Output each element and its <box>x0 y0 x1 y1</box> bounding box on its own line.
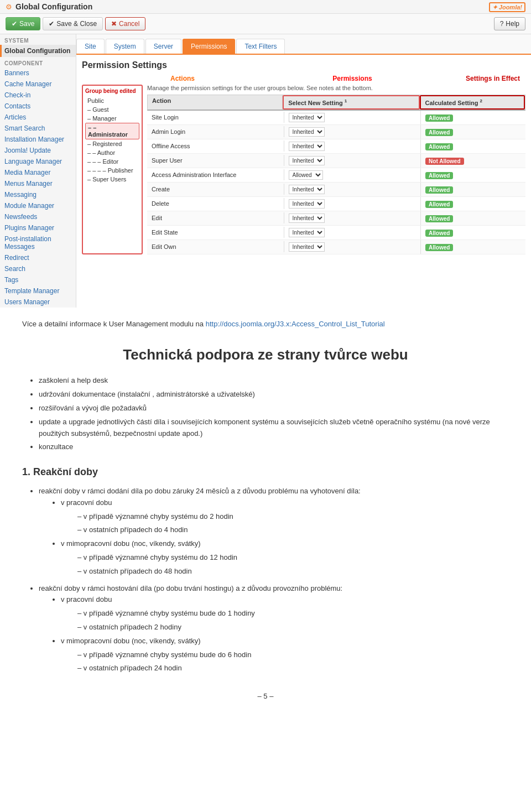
cancel-icon: ✖ <box>111 20 117 28</box>
sidebar-item-newsfeeds[interactable]: Newsfeeds <box>0 211 76 222</box>
component-section-label: COMPONENT <box>0 57 76 67</box>
bullet-item-4: konzultace <box>39 441 509 453</box>
group-publisher[interactable]: – – – – Publisher <box>85 166 139 175</box>
sidebar-item-media-manager[interactable]: Media Manager <box>0 167 76 178</box>
sidebar-item-post-installation[interactable]: Post-installation Messages <box>0 233 76 252</box>
header-calc: Calculated Setting 2 <box>420 95 525 110</box>
select-dropdown-3[interactable]: Inherited Allowed Denied <box>289 156 325 165</box>
select-dropdown-1[interactable]: Inherited Allowed Denied <box>289 127 325 137</box>
select-cell-1[interactable]: Inherited Allowed Denied <box>284 125 421 139</box>
select-cell-3[interactable]: Inherited Allowed Denied <box>284 154 421 168</box>
sidebar-item-redirect[interactable]: Redirect <box>0 252 76 263</box>
select-dropdown-7[interactable]: Inherited Allowed Denied <box>289 214 325 223</box>
sidebar-item-articles[interactable]: Articles <box>0 112 76 123</box>
sidebar-item-module-manager[interactable]: Module Manager <box>0 200 76 211</box>
bullet-item-1: udržování dokumentace (instalační , admi… <box>39 389 509 400</box>
section1-bullets: reakční doby v rámci dodání díla po dobu… <box>39 486 509 674</box>
section1-sub1-item-1: v ostatních případech do 4 hodin <box>77 524 509 536</box>
perm-row-6: Delete Inherited Allowed Denied Allowed <box>147 197 525 211</box>
group-registered[interactable]: – Registered <box>85 139 139 148</box>
sidebar-item-installation-manager[interactable]: Installation Manager <box>0 134 76 145</box>
sidebar-item-plugins-manager[interactable]: Plugins Manager <box>0 222 76 233</box>
sidebar-item-joomla-update[interactable]: Joomla! Update <box>0 145 76 156</box>
sidebar-item-search[interactable]: Search <box>0 263 76 274</box>
section1-sub3-item-0: v případě významné chyby systému bude do… <box>77 608 509 620</box>
select-cell-5[interactable]: Inherited Allowed Denied <box>284 183 421 196</box>
sidebar-item-cache-manager[interactable]: Cache Manager <box>0 79 76 90</box>
sidebar-item-tags[interactable]: Tags <box>0 274 76 285</box>
save-close-button[interactable]: ✔ Save & Close <box>43 17 103 30</box>
group-administrator[interactable]: – – Administrator <box>85 123 139 139</box>
group-super-users[interactable]: – Super Users <box>85 175 139 184</box>
system-section-label: SYSTEM <box>0 34 76 45</box>
annotation-row: Actions Permissions Settings in Effect <box>82 75 525 85</box>
tab-system[interactable]: System <box>106 39 144 54</box>
top-bar-left: ⚙ Global Configuration <box>6 2 92 11</box>
save-close-icon: ✔ <box>49 20 54 28</box>
section1-sub1-item-0: v případě významné chyby systému do 2 ho… <box>77 511 509 523</box>
cancel-button[interactable]: ✖ Cancel <box>105 17 145 30</box>
tab-permissions[interactable]: Permissions <box>183 39 235 54</box>
select-cell-6[interactable]: Inherited Allowed Denied <box>284 197 421 211</box>
select-cell-9[interactable]: Inherited Allowed Denied <box>284 240 421 254</box>
select-dropdown-6[interactable]: Inherited Allowed Denied <box>289 199 325 209</box>
select-dropdown-9[interactable]: Inherited Allowed Denied <box>289 242 325 252</box>
sidebar-item-messaging[interactable]: Messaging <box>0 189 76 200</box>
select-cell-8[interactable]: Inherited Allowed Denied <box>284 226 421 240</box>
section1-sub4-item-0: v případě významné chyby systému bude do… <box>77 649 509 661</box>
group-guest[interactable]: – Guest <box>85 105 139 114</box>
calc-cell-3: Not Allowed <box>421 154 525 167</box>
sidebar-item-users-manager[interactable]: Users Manager <box>0 296 76 308</box>
perm-row-8: Edit State Inherited Allowed Denied Allo… <box>147 226 525 240</box>
action-cell-9: Edit Own <box>147 241 284 252</box>
group-being-edited-label: Group being edited <box>85 88 139 94</box>
sidebar-item-language-manager[interactable]: Language Manager <box>0 156 76 167</box>
calc-cell-4: Allowed <box>421 169 525 181</box>
select-cell-7[interactable]: Inherited Allowed Denied <box>284 211 421 225</box>
action-cell-8: Edit State <box>147 227 284 238</box>
permissions-rows: Site Login Inherited Allowed Denied Allo… <box>147 111 525 254</box>
top-bar: ⚙ Global Configuration ✦ Joomla! <box>0 0 531 14</box>
group-author[interactable]: – – Author <box>85 148 139 157</box>
select-dropdown-5[interactable]: Inherited Allowed Denied <box>289 185 325 194</box>
section1-sub2-item-0: v případě významné chyby systému do 12 h… <box>77 552 509 564</box>
tab-site[interactable]: Site <box>76 39 105 54</box>
section1-sub1: v pracovní dobu v případě významné chyby… <box>61 497 509 577</box>
help-button[interactable]: ? Help <box>494 17 525 30</box>
group-public[interactable]: Public <box>85 96 139 105</box>
calc-cell-5: Allowed <box>421 183 525 196</box>
calc-cell-6: Allowed <box>421 197 525 210</box>
perm-row-7: Edit Inherited Allowed Denied Allowed <box>147 211 525 226</box>
select-cell-0[interactable]: Inherited Allowed Denied <box>284 111 421 124</box>
calc-badge-4: Allowed <box>425 172 453 179</box>
action-cell-2: Offline Access <box>147 140 284 152</box>
action-cell-0: Site Login <box>147 112 284 123</box>
sidebar-item-banners[interactable]: Banners <box>0 67 76 79</box>
group-tree: Group being edited Public – Guest – Mana… <box>82 85 143 254</box>
select-dropdown-2[interactable]: Inherited Allowed Denied <box>289 142 325 151</box>
select-dropdown-0[interactable]: Inherited Allowed Denied <box>289 113 325 122</box>
action-cell-4: Access Administration Interface <box>147 169 284 180</box>
select-cell-4[interactable]: Allowed Allowed Denied <box>284 168 421 182</box>
select-dropdown-8[interactable]: Inherited Allowed Denied <box>289 228 325 237</box>
sidebar-item-contacts[interactable]: Contacts <box>0 101 76 112</box>
tab-server[interactable]: Server <box>145 39 181 54</box>
group-editor[interactable]: – – – Editor <box>85 157 139 166</box>
tab-text-filters[interactable]: Text Filters <box>236 39 285 54</box>
select-cell-2[interactable]: Inherited Allowed Denied <box>284 139 421 153</box>
annotation-settings-label: Settings in Effect <box>466 75 520 82</box>
permissions-area: Permission Settings Actions Permissions … <box>76 55 531 260</box>
sidebar-item-template-manager[interactable]: Template Manager <box>0 285 76 296</box>
sidebar-item-checkin[interactable]: Check-in <box>0 90 76 101</box>
sidebar-item-smart-search[interactable]: Smart Search <box>0 123 76 134</box>
section1-sub1-heading: v pracovní dobu <box>61 497 509 509</box>
joomla-docs-link[interactable]: http://docs.joomla.org/J3.x:Access_Contr… <box>206 320 385 328</box>
section1-sub3-items: v případě významné chyby systému bude do… <box>77 608 509 633</box>
permissions-desc: Manage the permission settings for the u… <box>147 85 525 91</box>
sidebar-item-menus-manager[interactable]: Menus Manager <box>0 178 76 189</box>
tabs: Site System Server Permissions Text Filt… <box>76 34 531 55</box>
select-dropdown-4[interactable]: Allowed Allowed Denied <box>289 170 323 180</box>
save-button[interactable]: ✔ Save <box>6 17 40 30</box>
sidebar-active-item[interactable]: Global Configuration <box>0 45 76 57</box>
group-manager[interactable]: – Manager <box>85 114 139 123</box>
